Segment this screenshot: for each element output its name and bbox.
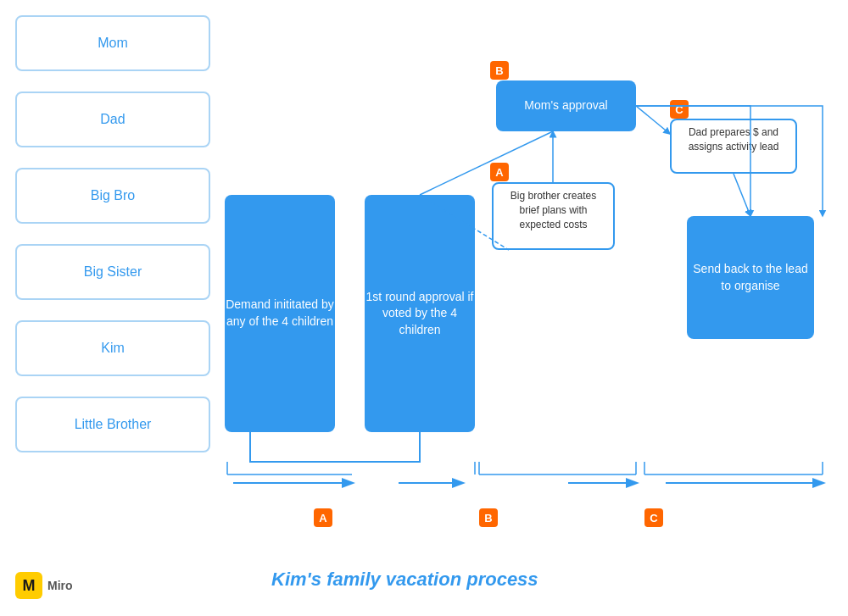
send-back-box: Send back to the lead to organise — [687, 216, 814, 339]
svg-line-7 — [734, 174, 750, 216]
role-mom: Mom — [15, 15, 210, 71]
annotation-c: Dad prepares $ and assigns activity lead — [670, 119, 797, 174]
role-bigsister: Big Sister — [15, 244, 210, 300]
badge-a-mid: A — [490, 163, 509, 181]
role-bigbro: Big Bro — [15, 168, 210, 224]
role-dad: Dad — [15, 92, 210, 147]
footer-title: Kim's family vacation process — [271, 569, 538, 591]
miro-icon: M — [15, 572, 42, 599]
badge-a-bottom: A — [314, 508, 332, 527]
badge-c-top: C — [670, 100, 689, 119]
svg-line-6 — [636, 106, 670, 134]
miro-logo: M Miro — [15, 572, 73, 599]
moms-approval-box: Mom's approval — [496, 80, 636, 131]
role-kim: Kim — [15, 320, 210, 376]
badge-c-bottom: C — [644, 508, 663, 527]
badge-b-bottom: B — [479, 508, 498, 527]
annotation-a: Big brother creates brief plans with exp… — [492, 182, 615, 250]
role-littlebrother: Little Brother — [15, 397, 210, 452]
demand-box: Demand inititated by any of the 4 childr… — [225, 195, 335, 432]
badge-b-top: B — [490, 61, 509, 80]
miro-label: Miro — [47, 579, 73, 592]
first-round-box: 1st round approval if voted by the 4 chi… — [365, 195, 475, 432]
